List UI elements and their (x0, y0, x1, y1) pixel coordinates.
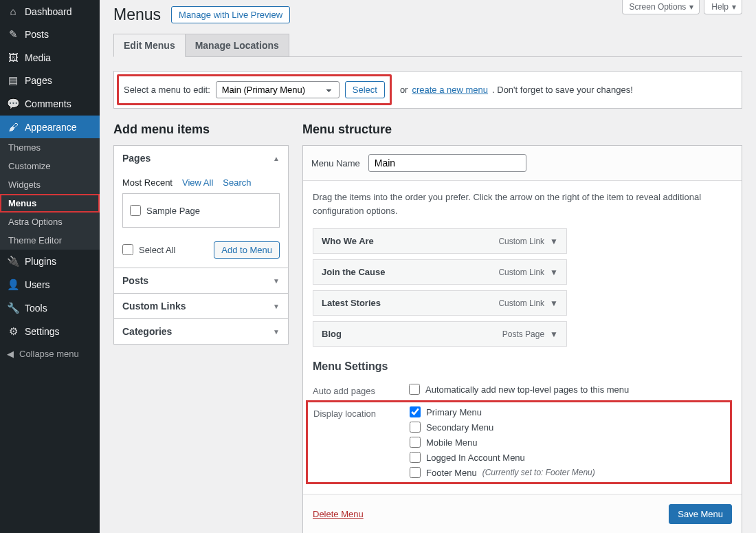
sidebar-item-users[interactable]: 👤 Users (0, 273, 100, 296)
help-toggle[interactable]: Help ▾ (704, 0, 742, 14)
auto-add-option: Automatically add new top-level pages to… (425, 384, 629, 395)
chevron-down-icon: ▼ (273, 277, 280, 285)
checkbox-logged-in-menu[interactable] (410, 452, 421, 463)
screen-options-toggle[interactable]: Screen Options ▾ (622, 0, 700, 14)
chevron-left-icon: ◀ (7, 349, 14, 359)
structure-footer: Delete Menu Save Menu (303, 494, 742, 533)
chevron-down-icon: ▼ (273, 303, 280, 310)
tab-edit-menus[interactable]: Edit Menus (113, 34, 186, 57)
delete-menu-link[interactable]: Delete Menu (313, 509, 364, 519)
posts-panel-toggle[interactable]: Posts ▼ (114, 268, 288, 293)
sidebar-item-label: Users (25, 279, 50, 290)
add-menu-items-column: Add menu items Pages ▲ Most Recent View … (113, 122, 289, 533)
menu-item-type: Posts Page (502, 329, 544, 339)
subitem-astra-options[interactable]: Astra Options (0, 213, 100, 231)
sidebar-item-pages[interactable]: ▤ Pages (0, 69, 100, 92)
structure-heading: Menu structure (302, 122, 742, 137)
sidebar-item-dashboard[interactable]: ⌂ Dashboard (0, 0, 100, 23)
sidebar-item-settings[interactable]: ⚙ Settings (0, 320, 100, 343)
menu-name-row: Menu Name (303, 146, 742, 181)
accordion-pages: Pages ▲ Most Recent View All Search Samp… (113, 145, 289, 345)
plug-icon: 🔌 (7, 255, 19, 268)
collapse-menu[interactable]: ◀ Collapse menu (0, 343, 100, 365)
comment-icon: 💬 (7, 98, 19, 110)
chevron-down-icon[interactable]: ▼ (550, 237, 558, 246)
menu-item-title: Blog (322, 329, 342, 339)
chevron-down-icon[interactable]: ▼ (550, 268, 558, 277)
display-location-options: Primary Menu Secondary Menu Mobile Menu (410, 406, 595, 478)
menu-item-title: Latest Stories (322, 298, 381, 308)
sidebar-item-posts[interactable]: ✎ Posts (0, 23, 100, 46)
checkbox-mobile-menu[interactable] (410, 437, 421, 448)
admin-sidebar: ⌂ Dashboard ✎ Posts 🖼 Media ▤ Pages 💬 Co… (0, 0, 100, 533)
subitem-theme-editor[interactable]: Theme Editor (0, 231, 100, 250)
pin-icon: ✎ (7, 28, 19, 41)
save-menu-button[interactable]: Save Menu (669, 504, 732, 524)
subitem-themes[interactable]: Themes (0, 138, 100, 157)
display-location-row: Display location Primary Menu Secondary … (306, 400, 732, 484)
create-new-menu-link[interactable]: create a new menu (412, 85, 488, 95)
tab-most-recent[interactable]: Most Recent (122, 177, 173, 188)
pages-checkbox-list: Sample Page (122, 193, 280, 228)
checkbox-secondary-menu[interactable] (410, 422, 421, 433)
auto-add-label: Auto add pages (313, 384, 388, 396)
chevron-down-icon[interactable]: ▼ (550, 329, 558, 339)
checkbox-sample-page[interactable] (130, 205, 141, 216)
menu-item-title: Join the Cause (322, 267, 385, 277)
menu-item[interactable]: Blog Posts Page ▼ (313, 321, 567, 347)
pages-panel-toggle[interactable]: Pages ▲ (114, 146, 288, 171)
brush-icon: 🖌 (7, 121, 19, 133)
tab-manage-locations[interactable]: Manage Locations (185, 34, 289, 56)
media-icon: 🖼 (7, 52, 19, 63)
dashboard-icon: ⌂ (7, 6, 19, 17)
subitem-menus[interactable]: Menus (0, 194, 100, 213)
tail-text: . Don't forget to save your changes! (492, 85, 633, 95)
sidebar-item-appearance[interactable]: 🖌 Appearance (0, 116, 100, 138)
checkbox-select-all[interactable] (122, 244, 133, 255)
sidebar-item-comments[interactable]: 💬 Comments (0, 92, 100, 116)
select-button[interactable]: Select (345, 81, 385, 98)
menu-item[interactable]: Latest Stories Custom Link ▼ (313, 290, 567, 316)
pages-filter-tabs: Most Recent View All Search (122, 177, 280, 188)
menu-item[interactable]: Who We Are Custom Link ▼ (313, 228, 567, 254)
content-area: Screen Options ▾ Help ▾ Menus Manage wit… (100, 0, 756, 533)
sidebar-item-label: Comments (25, 98, 71, 109)
auto-add-row: Auto add pages Automatically add new top… (313, 380, 732, 400)
chevron-down-icon: ▾ (689, 2, 693, 12)
add-to-menu-button[interactable]: Add to Menu (214, 241, 280, 259)
location-label: Primary Menu (426, 407, 482, 417)
page-option-label: Sample Page (146, 206, 200, 216)
footer-menu-note: (Currently set to: Footer Menu) (482, 468, 595, 477)
sidebar-item-tools[interactable]: 🔧 Tools (0, 296, 100, 320)
menu-name-input[interactable] (368, 154, 526, 172)
sidebar-item-label: Settings (25, 326, 60, 337)
structure-box: Menu Name Drag the items into the order … (302, 145, 742, 533)
display-location-label: Display location (313, 406, 389, 419)
select-menu-label: Select a menu to edit: (124, 85, 210, 95)
sidebar-item-label: Posts (25, 29, 49, 40)
subitem-widgets[interactable]: Widgets (0, 175, 100, 194)
checkbox-primary-menu[interactable] (410, 406, 421, 417)
tab-search[interactable]: Search (223, 177, 251, 188)
sidebar-item-label: Plugins (25, 256, 56, 267)
wrench-icon: 🔧 (7, 302, 19, 314)
page-title: Menus (113, 6, 161, 24)
gear-icon: ⚙ (7, 325, 19, 338)
live-preview-button[interactable]: Manage with Live Preview (171, 6, 290, 23)
custom-links-panel-toggle[interactable]: Custom Links ▼ (114, 293, 288, 318)
menu-item[interactable]: Join the Cause Custom Link ▼ (313, 259, 567, 285)
sidebar-item-plugins[interactable]: 🔌 Plugins (0, 250, 100, 273)
chevron-up-icon: ▲ (273, 155, 280, 162)
categories-panel-toggle[interactable]: Categories ▼ (114, 318, 288, 344)
menu-settings-heading: Menu Settings (313, 360, 732, 373)
chevron-down-icon[interactable]: ▼ (550, 298, 558, 308)
tab-view-all[interactable]: View All (182, 177, 213, 188)
checkbox-footer-menu[interactable] (410, 467, 421, 478)
menu-select-dropdown[interactable]: Main (Primary Menu) (216, 81, 340, 98)
add-items-heading: Add menu items (113, 122, 289, 137)
location-label: Footer Menu (426, 468, 477, 478)
checkbox-auto-add-pages[interactable] (409, 384, 420, 395)
subitem-customize[interactable]: Customize (0, 157, 100, 175)
sidebar-item-label: Tools (25, 303, 47, 314)
sidebar-item-media[interactable]: 🖼 Media (0, 46, 100, 69)
